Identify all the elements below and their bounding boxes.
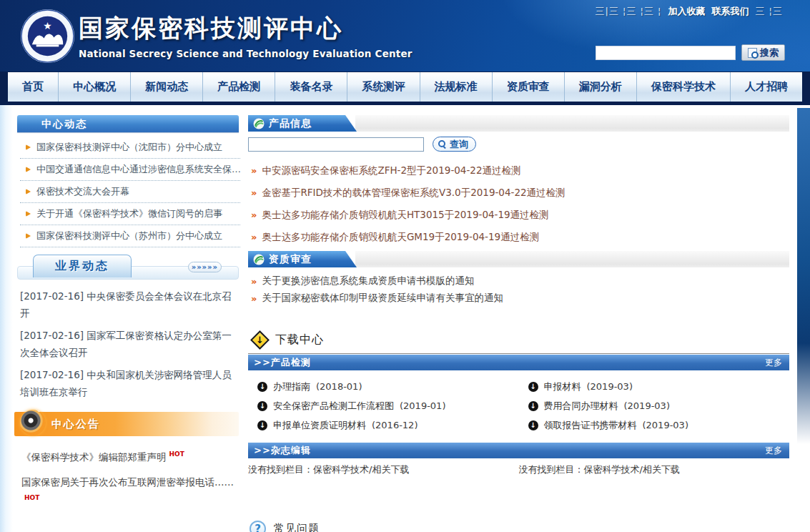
qualification-item[interactable]: »关于国家秘密载体印制甲级资质延续申请有关事宜的通知 xyxy=(251,290,789,307)
product-testing-more-link[interactable]: 更多 xyxy=(765,357,782,369)
site-search-input[interactable] xyxy=(596,46,736,60)
nav-item-regulations[interactable]: 法规标准 xyxy=(420,72,493,102)
magazine-editing-section-bar: >>杂志编辑 更多 xyxy=(248,443,789,458)
center-news-item[interactable]: 国家保密科技测评中心（沈阳市）分中心成立 xyxy=(20,137,240,159)
hot-badge: HOT xyxy=(24,494,39,501)
sidebar: 中心动态 国家保密科技测评中心（沈阳市）分中心成立 中国交通通信信息中心通过涉密… xyxy=(10,115,242,532)
download-item[interactable]: ↓领取报告证书携带材料(2019-03) xyxy=(519,415,790,435)
question-mark-icon: ? xyxy=(250,521,266,532)
download-circle-icon: ↓ xyxy=(257,420,267,430)
nav-item-vulnerability[interactable]: 漏洞分析 xyxy=(565,72,637,102)
faq-title: 常见问题 xyxy=(274,522,320,532)
industry-news-list: [2017-02-16] 中央保密委员会全体会议在北京召开 [2017-02-1… xyxy=(20,287,236,400)
center-news-item-label: 国家保密科技测评中心（苏州市）分中心成立 xyxy=(36,230,222,242)
magazine-editing-more-link[interactable]: 更多 xyxy=(765,445,782,457)
product-item-label: 金密基于RFID技术的载体管理保密柜系统V3.0于2019-04-22通过检测 xyxy=(262,187,565,200)
center-news-item[interactable]: 国家保密科技测评中心（苏州市）分中心成立 xyxy=(20,225,240,247)
download-label: 费用合同办理材料 xyxy=(544,400,618,413)
announcement-item[interactable]: 国家保密局关于再次公布互联网泄密举报电话……HOT xyxy=(21,474,239,508)
center-emblem-logo: ★ xyxy=(19,8,76,64)
download-item[interactable]: ↓申报单位资质证明材料(2016-12) xyxy=(248,415,519,435)
search-doc-icon xyxy=(748,48,757,58)
product-item[interactable]: »金密基于RFID技术的载体管理保密柜系统V3.0于2019-04-22通过检测 xyxy=(251,182,789,204)
chevron-bullet-icon: » xyxy=(251,210,257,220)
download-circle-icon: ↓ xyxy=(257,382,267,392)
right-edge-decoration xyxy=(797,108,810,444)
magnifier-icon xyxy=(438,140,446,148)
megaphone-icon xyxy=(20,410,46,435)
download-label: 安全保密产品检测工作流程图 xyxy=(273,400,394,413)
arrow-bullet-icon xyxy=(26,144,31,150)
center-news-item[interactable]: 保密技术交流大会开幕 xyxy=(20,181,240,203)
announcements-list: 《保密科学技术》编辑部郑重声明HOT 国家保密局关于再次公布互联网泄密举报电话…… xyxy=(21,446,239,508)
qualification-item[interactable]: »关于更换涉密信息系统集成资质申请书模版的通知 xyxy=(251,272,789,290)
download-date: (2019-03) xyxy=(624,400,670,411)
download-label: 申报材料 xyxy=(544,380,581,393)
download-item[interactable]: ↓办理指南(2018-01) xyxy=(248,377,519,396)
chevron-bullet-icon: » xyxy=(251,293,257,304)
site-title: 国家保密科技测评中心 xyxy=(79,12,413,45)
nav-item-overview[interactable]: 中心概况 xyxy=(59,72,131,102)
product-query-button[interactable]: 查询 xyxy=(433,137,476,152)
download-label: 办理指南 xyxy=(273,380,310,393)
download-column-right: ↓申报材料(2019-03) ↓费用合同办理材料(2019-03) ↓领取报告证… xyxy=(519,377,790,435)
industry-news-item[interactable]: [2017-02-16] 国家军工保密资格认定办公室第一次全体会议召开 xyxy=(20,327,236,361)
query-button-label: 查询 xyxy=(450,138,468,151)
header-utility-links: 三|三 ¦三 ¦三 ¦ 加入收藏 联系我们 三 ¦三 xyxy=(596,5,783,18)
download-circle-icon: ↓ xyxy=(528,401,538,411)
download-date: (2019-03) xyxy=(643,420,688,430)
site-title-block: 国家保密科技测评中心 National Secrecy Science and … xyxy=(79,12,413,59)
center-news-item[interactable]: 关于开通《保密科学技术》微信订阅号的启事 xyxy=(20,203,240,225)
download-item[interactable]: ↓安全保密产品检测工作流程图(2019-01) xyxy=(248,396,519,415)
industry-news-tab[interactable]: 业界动态 xyxy=(33,255,132,277)
leaf-badge-icon xyxy=(253,254,265,265)
magazine-empty-row: 没有找到栏目：保密科学技术/相关下载 没有找到栏目：保密科学技术/相关下载 xyxy=(248,458,789,476)
product-item[interactable]: »中安源密码安全保密柜系统ZFH-2型于2019-04-22通过检测 xyxy=(251,159,789,182)
nav-item-news[interactable]: 新闻动态 xyxy=(131,72,203,102)
site-header: ★ 国家保密科技测评中心 National Secrecy Science an… xyxy=(0,0,810,72)
qualification-header: 资质审查 xyxy=(248,251,789,267)
site-subtitle: National Secrecy Science and Technology … xyxy=(79,48,413,59)
contact-us-link[interactable]: 联系我们 xyxy=(711,5,749,18)
industry-news-more-button[interactable]: »»»»» xyxy=(188,262,222,272)
product-item-label: 中安源密码安全保密柜系统ZFH-2型于2019-04-22通过检测 xyxy=(262,164,520,177)
chevron-bullet-icon: » xyxy=(251,187,257,198)
qualification-item-label: 关于国家秘密载体印制甲级资质延续申请有关事宜的通知 xyxy=(262,292,503,305)
page: ★ 国家保密科技测评中心 National Secrecy Science an… xyxy=(0,0,810,532)
qualification-item-label: 关于更换涉密信息系统集成资质申请书模版的通知 xyxy=(262,275,474,287)
download-center-title-row: ↓ 下载中心 xyxy=(248,332,789,354)
download-circle-icon: ↓ xyxy=(528,382,538,392)
nav-item-equipment-list[interactable]: 装备名录 xyxy=(275,72,347,102)
magazine-editing-section-title: >>杂志编辑 xyxy=(254,444,311,457)
industry-news-item[interactable]: [2017-02-16] 中央保密委员会全体会议在北京召开 xyxy=(20,287,236,322)
nav-item-product-testing[interactable]: 产品检测 xyxy=(203,72,275,102)
center-news-item-label: 国家保密科技测评中心（沈阳市）分中心成立 xyxy=(36,141,222,154)
announcement-item[interactable]: 《保密科学技术》编辑部郑重声明HOT xyxy=(21,446,239,465)
nav-item-qualification[interactable]: 资质审查 xyxy=(493,72,565,102)
nav-item-system-eval[interactable]: 系统测评 xyxy=(347,72,420,102)
announcements-title: 中心公告 xyxy=(51,418,100,431)
product-testing-section-bar: >>产品检测 更多 xyxy=(248,355,789,370)
product-testing-section-title: >>产品检测 xyxy=(254,356,311,369)
qualification-title: 资质审查 xyxy=(269,253,312,266)
product-item[interactable]: »奥士达多功能存储介质销毁机航天GM19于2019-04-19通过检测 xyxy=(251,226,789,248)
nav-item-home[interactable]: 首页 xyxy=(8,72,59,102)
content-area: 中心动态 国家保密科技测评中心（沈阳市）分中心成立 中国交通通信信息中心通过涉密… xyxy=(0,105,810,532)
download-date: (2019-03) xyxy=(587,381,633,392)
download-diamond-icon: ↓ xyxy=(250,330,270,350)
product-search-row: 查询 xyxy=(248,137,789,152)
site-search-button[interactable]: 搜索 xyxy=(741,44,785,61)
center-news-item[interactable]: 中国交通通信信息中心通过涉密信息系统安全保…… xyxy=(20,159,240,181)
arrow-bullet-icon xyxy=(26,189,31,194)
nav-item-secrecy-science[interactable]: 保密科学技术 xyxy=(637,72,731,102)
qualification-title-bar: 资质审查 xyxy=(248,251,357,267)
add-favorites-link[interactable]: 加入收藏 xyxy=(668,5,705,18)
product-item[interactable]: »奥士达多功能存储介质销毁机航天HT3015于2019-04-19通过检测 xyxy=(251,204,789,226)
nav-item-recruitment[interactable]: 人才招聘 xyxy=(731,72,802,102)
chevron-bullet-icon: » xyxy=(251,165,257,176)
download-item[interactable]: ↓申报材料(2019-03) xyxy=(519,377,790,396)
product-search-input[interactable] xyxy=(248,137,424,152)
download-item[interactable]: ↓费用合同办理材料(2019-03) xyxy=(519,396,790,415)
industry-news-header-row: 业界动态 »»»»» xyxy=(17,255,239,280)
industry-news-item[interactable]: [2017-02-16] 中央和国家机关涉密网络管理人员培训班在京举行 xyxy=(20,366,236,400)
